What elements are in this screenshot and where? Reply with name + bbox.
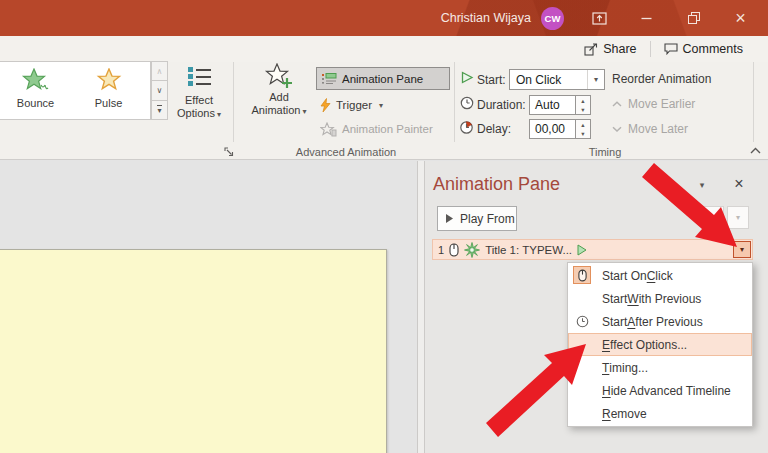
effect-options-icon	[188, 65, 211, 88]
effect-options-button[interactable]: Effect Options▾	[170, 63, 228, 143]
start-label: Start:	[477, 73, 506, 87]
chevron-up-icon	[612, 101, 622, 107]
pane-splitter[interactable]	[417, 161, 425, 453]
pane-options-button[interactable]: ▾	[689, 175, 715, 195]
move-later-label: Move Later	[628, 122, 688, 136]
chevron-down-icon	[612, 126, 622, 132]
group-divider	[233, 62, 234, 142]
duration-label: Duration:	[477, 98, 526, 112]
delay-clock-icon	[459, 120, 474, 135]
animation-pane-label: Animation Pane	[342, 73, 423, 85]
pane-close-button[interactable]: ×	[726, 172, 752, 196]
slide-canvas[interactable]	[0, 249, 387, 453]
animation-item-row[interactable]: 1 Title 1: TYPEW... ▾	[432, 239, 753, 260]
start-combobox[interactable]: On Click ▾	[509, 69, 605, 90]
trigger-button[interactable]: Trigger ▾	[316, 95, 410, 115]
clock-icon	[576, 315, 589, 331]
ribbon-display-options-button[interactable]	[576, 0, 623, 36]
minimize-button[interactable]	[623, 0, 670, 36]
mouse-click-icon	[449, 243, 459, 257]
spinner-down-icon[interactable]: ▾	[576, 105, 590, 114]
move-later-button: Move Later	[612, 122, 688, 136]
collapse-ribbon-button[interactable]	[746, 143, 764, 158]
spinner-up-icon[interactable]: ▴	[576, 120, 590, 129]
share-icon	[584, 43, 598, 56]
menu-item-text: ffect Options...	[610, 338, 687, 352]
gallery-scroll-down-button[interactable]: ∨	[151, 81, 168, 100]
delay-spinner[interactable]: ▴ ▾	[576, 119, 591, 139]
chevron-down-icon: ▾	[217, 110, 221, 119]
menu-item-text: Start	[602, 315, 627, 329]
bounce-star-icon	[21, 68, 51, 94]
avatar[interactable]: CW	[541, 7, 564, 30]
entrance-effect-star-icon	[464, 242, 480, 258]
animation-painter-label: Animation Painter	[342, 123, 433, 135]
comments-button[interactable]: Comments	[651, 37, 756, 61]
animation-item-index: 1	[438, 244, 444, 256]
menu-item-hide-advanced-timeline[interactable]: Hide Advanced Timeline	[568, 379, 752, 402]
trigger-label: Trigger	[336, 99, 372, 111]
start-value: On Click	[510, 73, 587, 87]
dialog-launcher-icon	[224, 147, 234, 157]
spinner-up-icon[interactable]: ▴	[576, 96, 590, 105]
gallery-more-icon: ▾	[157, 105, 161, 114]
animation-painter-icon	[320, 122, 337, 137]
menu-item-text: iming...	[609, 361, 648, 375]
restore-button[interactable]	[670, 0, 717, 36]
share-label: Share	[603, 42, 636, 56]
animation-pane-button[interactable]: Animation Pane	[316, 67, 450, 90]
animation-pane-title: Animation Pane	[433, 174, 560, 195]
animation-pane-icon	[321, 72, 337, 85]
gallery-more-button[interactable]: ▾	[151, 101, 168, 120]
context-menu: Start On Click Start With Previous Start…	[567, 262, 753, 427]
collapse-ribbon-icon	[750, 147, 761, 154]
menu-item-accel: C	[647, 269, 656, 283]
selected-state-box	[573, 266, 591, 284]
add-animation-button[interactable]: Add Animation▾	[246, 63, 312, 143]
menu-item-text: ide Advanced Timeline	[611, 384, 731, 398]
comments-icon	[664, 43, 678, 55]
share-button[interactable]: Share	[571, 37, 649, 61]
quick-actions-bar: Share Comments	[0, 36, 768, 62]
menu-item-remove[interactable]: Remove	[568, 402, 752, 425]
delay-value: 00,00	[535, 122, 565, 136]
delay-label: Delay:	[477, 122, 511, 136]
add-animation-icon	[264, 63, 294, 91]
play-from-button[interactable]: Play From	[437, 206, 517, 231]
title-bar: Christian Wijaya CW ×	[0, 0, 768, 36]
add-animation-label-1: Add	[269, 91, 289, 104]
close-button[interactable]: ×	[717, 0, 764, 36]
add-animation-label-2: Animation	[252, 104, 301, 116]
gallery-item-label: Pulse	[95, 97, 123, 109]
menu-item-start-after-previous[interactable]: Start After Previous	[568, 310, 752, 333]
menu-item-text: Start On	[602, 269, 647, 283]
pulse-star-icon	[94, 68, 124, 94]
group-label-advanced-animation: Advanced Animation	[238, 146, 454, 158]
menu-item-text: emove	[611, 407, 647, 421]
duration-spinner[interactable]: ▴ ▾	[576, 95, 591, 115]
gallery-scroll-up-button[interactable]: ∧	[151, 61, 168, 81]
delay-field[interactable]: 00,00	[529, 119, 576, 139]
menu-item-accel: R	[602, 407, 611, 421]
gallery-item-bounce[interactable]: Bounce	[0, 62, 72, 119]
menu-item-effect-options[interactable]: Effect Options...	[568, 333, 752, 356]
play-icon	[445, 213, 454, 224]
minimize-icon	[641, 13, 652, 24]
menu-item-start-with-previous[interactable]: Start With Previous	[568, 287, 752, 310]
duration-field[interactable]: Auto	[529, 95, 576, 115]
animation-item-dropdown-button[interactable]: ▾	[733, 241, 751, 258]
spinner-down-icon[interactable]: ▾	[576, 129, 590, 138]
combo-dropdown-icon[interactable]: ▾	[587, 70, 604, 89]
move-earlier-button: Move Earlier	[612, 97, 695, 111]
gallery-item-pulse[interactable]: Pulse	[72, 62, 145, 119]
chevron-down-icon: ▾	[302, 107, 306, 116]
menu-item-start-on-click[interactable]: Start On Click	[568, 264, 752, 287]
gallery-item-label: Bounce	[17, 97, 54, 109]
menu-item-timing[interactable]: Timing...	[568, 356, 752, 379]
duration-clock-icon	[460, 96, 474, 110]
animation-dialog-launcher-button[interactable]	[221, 145, 236, 158]
menu-item-text: Start	[602, 292, 627, 306]
pane-move-down-button: ▾	[727, 206, 749, 229]
group-label-timing: Timing	[460, 146, 750, 158]
restore-icon	[688, 12, 700, 24]
